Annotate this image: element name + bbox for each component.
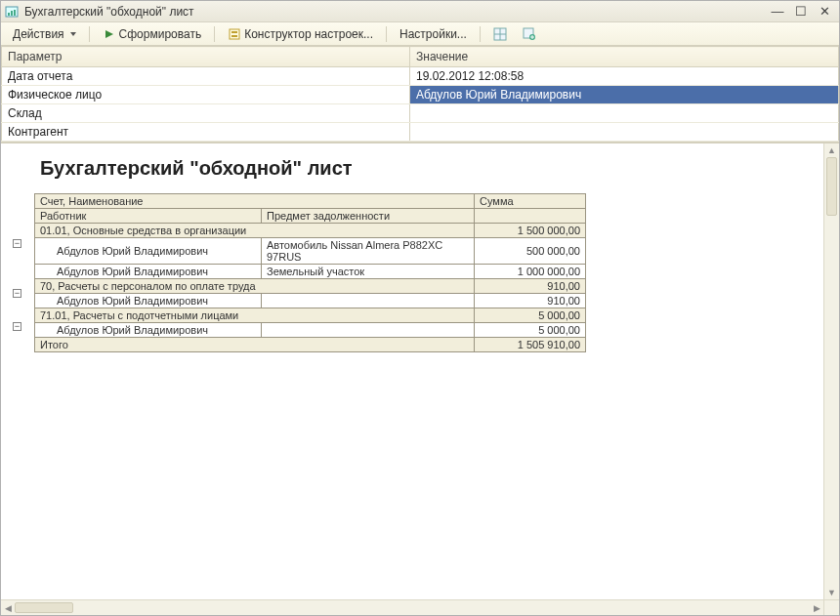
collapse-icon[interactable]: −: [13, 322, 21, 331]
play-icon: [103, 27, 116, 41]
settings-button[interactable]: Настройки...: [394, 25, 473, 43]
scroll-down-icon[interactable]: ▼: [824, 586, 839, 599]
scroll-left-icon[interactable]: ◀: [1, 600, 15, 615]
svg-rect-3: [14, 10, 16, 16]
tool-icon-1[interactable]: [487, 25, 513, 43]
value-cell[interactable]: Абдулов Юрий Владимирович: [410, 86, 839, 104]
svg-marker-4: [105, 30, 113, 38]
tool-icon-2[interactable]: [517, 25, 542, 43]
separator: [480, 26, 481, 42]
actions-menu[interactable]: Действия: [7, 25, 82, 43]
collapse-icon[interactable]: −: [13, 289, 21, 298]
col-sum-blank: [475, 209, 586, 224]
subject-cell: Земельный участок: [262, 265, 475, 279]
vscroll-thumb[interactable]: [826, 157, 837, 216]
report-icon: [5, 5, 19, 19]
detail-row[interactable]: Абдулов Юрий Владимирович5 000,00: [35, 323, 586, 338]
report-body: Бухгалтерский "обходной" лист Счет, Наим…: [28, 144, 839, 615]
svg-rect-7: [231, 35, 237, 37]
settings-label: Настройки...: [399, 27, 467, 41]
account-cell: 70, Расчеты с персоналом по оплате труда: [35, 279, 475, 294]
hscroll-thumb[interactable]: [15, 602, 73, 613]
scroll-corner: [823, 599, 839, 615]
settings-builder-label: Конструктор настроек...: [244, 27, 373, 41]
app-window: Бухгалтерский "обходной" лист — ☐ ✕ Дейс…: [0, 0, 840, 616]
builder-icon: [228, 27, 241, 41]
svg-rect-5: [230, 29, 239, 39]
col-subject: Предмет задолженности: [262, 209, 475, 224]
svg-rect-2: [11, 11, 13, 16]
subject-cell: [262, 294, 475, 308]
separator: [214, 26, 215, 42]
total-sum: 1 505 910,00: [475, 338, 586, 352]
settings-builder-button[interactable]: Конструктор настроек...: [222, 25, 379, 43]
scroll-right-icon[interactable]: ▶: [810, 600, 823, 615]
subject-cell: [262, 323, 475, 338]
sum-cell: 5 000,00: [475, 308, 586, 323]
svg-rect-1: [8, 13, 10, 16]
detail-row[interactable]: Абдулов Юрий Владимирович910,00: [35, 294, 586, 308]
form-label: Сформировать: [119, 27, 202, 41]
sum-cell: 910,00: [475, 279, 586, 294]
sum-cell: 910,00: [475, 294, 586, 308]
report-table: Счет, Наименование Сумма Работник Предме…: [34, 193, 586, 352]
param-cell[interactable]: Дата отчета: [2, 67, 410, 86]
account-cell: 01.01, Основные средства в организации: [35, 224, 475, 238]
vertical-scrollbar[interactable]: ▲ ▼: [823, 144, 839, 599]
collapse-icon[interactable]: −: [13, 239, 21, 248]
tree-gutter: −−−: [1, 144, 28, 615]
value-cell[interactable]: [410, 123, 839, 142]
detail-row[interactable]: Абдулов Юрий ВладимировичАвтомобиль Niss…: [35, 238, 586, 265]
grid-add-icon: [523, 27, 536, 41]
horizontal-scrollbar[interactable]: ◀ ▶: [1, 599, 823, 615]
value-header[interactable]: Значение: [410, 47, 839, 67]
report-title: Бухгалтерский "обходной" лист: [40, 157, 825, 180]
toolbar: Действия Сформировать Конструктор настро…: [1, 22, 839, 46]
sum-cell: 5 000,00: [475, 323, 586, 338]
group-row[interactable]: 70, Расчеты с персоналом по оплате труда…: [35, 279, 586, 294]
sum-cell: 500 000,00: [475, 238, 586, 265]
params-row[interactable]: Дата отчета19.02.2012 12:08:58: [2, 67, 839, 86]
actions-label: Действия: [13, 27, 64, 41]
value-cell[interactable]: [410, 104, 839, 123]
col-sum: Сумма: [475, 194, 586, 209]
sum-cell: 1 000 000,00: [475, 265, 586, 279]
scroll-up-icon[interactable]: ▲: [824, 144, 839, 157]
maximize-button[interactable]: ☐: [790, 4, 812, 20]
grid-icon: [493, 27, 507, 41]
group-row[interactable]: 71.01, Расчеты с подотчетными лицами5 00…: [35, 308, 586, 323]
close-button[interactable]: ✕: [814, 4, 835, 20]
form-button[interactable]: Сформировать: [97, 25, 208, 43]
report-area: −−− Бухгалтерский "обходной" лист Счет, …: [1, 143, 839, 615]
params-table: Параметр Значение Дата отчета19.02.2012 …: [1, 46, 839, 142]
svg-rect-6: [231, 31, 237, 33]
detail-row[interactable]: Абдулов Юрий ВладимировичЗемельный участ…: [35, 265, 586, 279]
value-cell[interactable]: 19.02.2012 12:08:58: [410, 67, 839, 86]
account-cell: 71.01, Расчеты с подотчетными лицами: [35, 308, 475, 323]
param-header[interactable]: Параметр: [2, 47, 410, 67]
subject-cell: Автомобиль Nissan Almera P882XC 97RUS: [262, 238, 475, 265]
group-row[interactable]: 01.01, Основные средства в организации1 …: [35, 224, 586, 238]
params-row[interactable]: Склад: [2, 104, 839, 123]
sum-cell: 1 500 000,00: [475, 224, 586, 238]
window-title: Бухгалтерский "обходной" лист: [24, 5, 765, 19]
param-cell[interactable]: Склад: [2, 104, 410, 123]
param-cell[interactable]: Контрагент: [2, 123, 410, 142]
params-row[interactable]: Контрагент: [2, 123, 839, 142]
separator: [89, 26, 90, 42]
separator: [386, 26, 387, 42]
employee-cell: Абдулов Юрий Владимирович: [35, 238, 262, 265]
employee-cell: Абдулов Юрий Владимирович: [35, 323, 262, 338]
titlebar: Бухгалтерский "обходной" лист — ☐ ✕: [1, 1, 839, 22]
chevron-down-icon: [70, 32, 76, 36]
col-account: Счет, Наименование: [35, 194, 475, 209]
employee-cell: Абдулов Юрий Владимирович: [35, 294, 262, 308]
minimize-button[interactable]: —: [767, 4, 788, 20]
employee-cell: Абдулов Юрий Владимирович: [35, 265, 262, 279]
params-row[interactable]: Физическое лицоАбдулов Юрий Владимирович: [2, 86, 839, 104]
col-employee: Работник: [35, 209, 262, 224]
param-cell[interactable]: Физическое лицо: [2, 86, 410, 104]
total-label: Итого: [35, 338, 475, 352]
params-panel: Параметр Значение Дата отчета19.02.2012 …: [1, 46, 839, 143]
